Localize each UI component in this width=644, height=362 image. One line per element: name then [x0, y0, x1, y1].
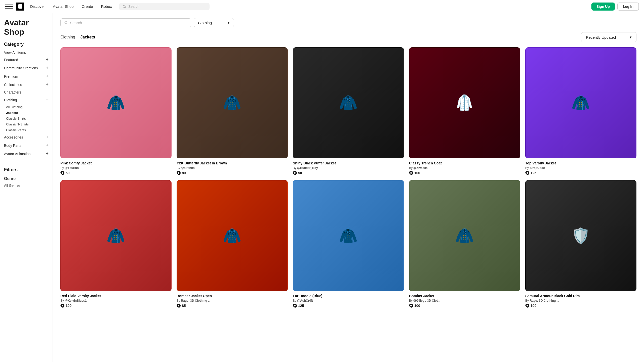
product-thumbnail: 🧥	[69, 189, 163, 282]
filters-heading: Filters	[4, 167, 49, 172]
robux-icon	[177, 171, 181, 175]
sort-dropdown[interactable]: Recently Updated ▾	[581, 32, 636, 42]
robux-icon	[60, 171, 64, 175]
product-card[interactable]: 🧥 Bomber Jacket By 0929lego 3D Clot... 1…	[409, 180, 520, 308]
hamburger-menu[interactable]	[5, 3, 13, 11]
product-thumbnail: 🧥	[302, 189, 395, 282]
product-image: 🥼	[409, 47, 520, 158]
nav-avatar-shop[interactable]: Avatar Shop	[52, 3, 74, 10]
nav-robux[interactable]: Robux	[100, 3, 113, 10]
robux-icon	[293, 304, 297, 308]
sidebar-label-featured: Featured	[4, 58, 18, 62]
sidebar-item-community[interactable]: Community Creations +	[4, 64, 49, 72]
product-price: 50	[293, 171, 404, 175]
sidebar-item-collectibles[interactable]: Collectibles +	[4, 80, 49, 89]
robux-icon	[177, 304, 181, 308]
sub-jackets[interactable]: Jackets	[6, 110, 49, 116]
product-card[interactable]: 🥼 Classy Trench Coat By @Xivaksa 100	[409, 47, 520, 175]
nav-search-input[interactable]	[128, 5, 206, 9]
sidebar-item-accessories[interactable]: Accessories +	[4, 133, 49, 141]
product-author: By 0929lego 3D Clot...	[409, 299, 520, 302]
product-card[interactable]: 🧥 Y2K Butterfly Jacket in Brown By @sire…	[177, 47, 288, 175]
price-value: 50	[298, 171, 302, 175]
product-thumbnail: 🧥	[185, 189, 279, 282]
shop-search-input[interactable]	[70, 21, 187, 25]
product-name: Classy Trench Coat	[409, 161, 520, 165]
product-card[interactable]: 🧥 Bomber Jacket Open By Rage: 3D Clothin…	[177, 180, 288, 308]
robux-icon	[525, 171, 529, 175]
breadcrumb-current: Jackets	[80, 35, 95, 39]
sidebar-item-body-parts[interactable]: Body Parts +	[4, 141, 49, 150]
product-image: 🧥	[293, 47, 404, 158]
genre-heading: Genre	[4, 175, 49, 183]
roblox-logo[interactable]	[16, 3, 24, 11]
product-card[interactable]: 🧥 Fur Hoodie (Blue) By @AshCr4ft 125	[293, 180, 404, 308]
sidebar-label-premium: Premium	[4, 74, 18, 78]
sidebar-item-avatar-animations[interactable]: Avatar Animations +	[4, 150, 49, 158]
product-card[interactable]: 🧥 Shiny Black Puffer Jacket By @Builder_…	[293, 47, 404, 175]
breadcrumb-row: Clothing › Jackets Recently Updated ▾	[60, 32, 636, 42]
main-content: Clothing ▾ Clothing › Jackets Recently U…	[53, 13, 644, 362]
product-price: 100	[409, 171, 520, 175]
product-image: 🧥	[177, 47, 288, 158]
sidebar-view-all[interactable]: View All Items	[4, 50, 49, 56]
shop-search-field[interactable]	[60, 18, 191, 27]
sub-classic-shirts[interactable]: Classic Shirts	[6, 116, 49, 121]
product-name: Shiny Black Puffer Jacket	[293, 161, 404, 165]
breadcrumb-parent[interactable]: Clothing	[60, 35, 75, 39]
nav-search-icon	[123, 5, 126, 9]
price-value: 100	[531, 304, 536, 308]
sidebar-label-collectibles: Collectibles	[4, 83, 22, 87]
robux-icon	[409, 304, 413, 308]
sidebar-item-clothing[interactable]: Clothing −	[4, 96, 49, 104]
product-card[interactable]: 🧥 Top Varsity Jacket By StrapCode 125	[525, 47, 636, 175]
login-button[interactable]: Log In	[617, 3, 639, 11]
sub-classic-tshirts[interactable]: Classic T-Shirts	[6, 121, 49, 127]
product-image: 🧥	[60, 180, 172, 291]
product-name: Pink Comfy Jacket	[60, 161, 172, 165]
price-value: 100	[414, 171, 420, 175]
sidebar-label-body-parts: Body Parts	[4, 144, 21, 148]
price-value: 100	[66, 304, 71, 308]
sidebar-item-premium[interactable]: Premium +	[4, 72, 49, 80]
product-image: 🧥	[293, 180, 404, 291]
plus-icon-premium: +	[46, 74, 49, 79]
product-image: 🧥	[177, 180, 288, 291]
product-thumbnail: 🧥	[418, 189, 511, 282]
product-card[interactable]: 🧥 Pink Comfy Jacket By @Yourius 50	[60, 47, 172, 175]
plus-icon-avatar-animations: +	[46, 151, 49, 156]
category-dropdown[interactable]: Clothing ▾	[194, 18, 234, 27]
nav-create[interactable]: Create	[81, 3, 94, 10]
product-name: Bomber Jacket	[409, 294, 520, 298]
sidebar-item-characters[interactable]: Characters	[4, 89, 49, 96]
product-author: By StrapCode	[525, 166, 636, 170]
product-name: Y2K Butterfly Jacket in Brown	[177, 161, 288, 165]
sub-all-clothing[interactable]: All Clothing	[6, 104, 49, 110]
plus-icon-community: +	[46, 65, 49, 71]
price-value: 125	[531, 171, 536, 175]
product-thumbnail: 🛡️	[534, 189, 628, 282]
category-dropdown-label: Clothing	[198, 21, 212, 25]
nav-links: Discover Avatar Shop Create Robux	[29, 3, 113, 10]
sidebar-divider	[4, 162, 49, 162]
product-thumbnail: 🧥	[302, 56, 395, 150]
all-genres[interactable]: All Genres	[4, 183, 49, 189]
product-card[interactable]: 🧥 Red Plaid Varsity Jacket By @KelvinBlu…	[60, 180, 172, 308]
sidebar-label-accessories: Accessories	[4, 135, 23, 139]
sidebar-item-featured[interactable]: Featured +	[4, 56, 49, 64]
product-author: By @sirehns	[177, 166, 288, 170]
product-price: 80	[177, 171, 288, 175]
robux-icon	[525, 304, 529, 308]
product-author: By @AshCr4ft	[293, 299, 404, 302]
product-image: 🛡️	[525, 180, 636, 291]
signup-button[interactable]: Sign Up	[591, 3, 615, 11]
product-price: 85	[177, 304, 288, 308]
product-grid: 🧥 Pink Comfy Jacket By @Yourius 50 🧥 Y2K…	[60, 47, 636, 308]
product-author: By @Xivaksa	[409, 166, 520, 170]
product-author: By Rage: 3D Clothing ...	[525, 299, 636, 302]
nav-discover[interactable]: Discover	[29, 3, 46, 10]
plus-icon-accessories: +	[46, 134, 49, 140]
nav-search-bar[interactable]	[119, 3, 210, 10]
product-card[interactable]: 🛡️ Samurai Armour Black Gold Rim By Rage…	[525, 180, 636, 308]
sub-classic-pants[interactable]: Classic Pants	[6, 127, 49, 133]
